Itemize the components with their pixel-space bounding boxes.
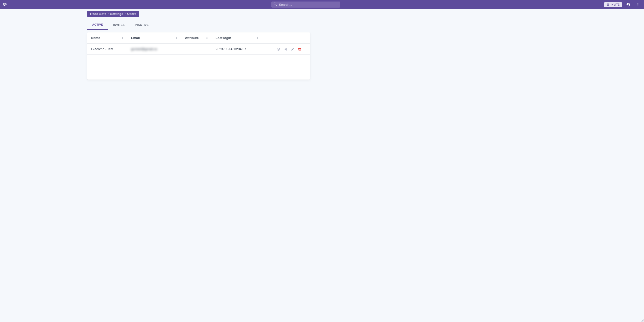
- sort-icon[interactable]: ▲▼: [175, 37, 177, 39]
- svg-point-2: [638, 4, 638, 5]
- col-header-name-label: Name: [91, 36, 100, 40]
- table-header-row: Name ▲▼ Email ▲▼ Attribute ▲▼ Last login…: [87, 32, 310, 44]
- col-header-last-login-label: Last login: [216, 36, 231, 40]
- users-table: Name ▲▼ Email ▲▼ Attribute ▲▼ Last login…: [87, 32, 310, 55]
- account-circle-icon: [626, 2, 630, 7]
- table-row: Giacomo - Test gcristof@gmail.co 2023-11…: [87, 44, 310, 55]
- cell-attribute: [181, 44, 212, 55]
- cell-email: gcristof@gmail.co: [127, 44, 181, 55]
- tab-invites[interactable]: Invites: [108, 21, 130, 30]
- invite-button[interactable]: Invite: [604, 2, 622, 7]
- col-header-email-label: Email: [131, 36, 140, 40]
- account-button[interactable]: [625, 1, 632, 8]
- breadcrumb-separator: /: [108, 12, 109, 16]
- search-icon: [273, 2, 277, 7]
- col-header-email[interactable]: Email ▲▼: [127, 32, 181, 44]
- resize-handle-icon[interactable]: [641, 319, 643, 321]
- cell-actions: [262, 44, 310, 55]
- edit-button[interactable]: [291, 47, 294, 51]
- restore-button[interactable]: [277, 47, 280, 51]
- archive-icon: [298, 47, 301, 51]
- tab-inactive[interactable]: Inactive: [130, 21, 154, 30]
- svg-rect-5: [298, 48, 301, 48]
- search-input[interactable]: [271, 2, 340, 8]
- restore-icon: [277, 47, 280, 51]
- more-menu-button[interactable]: [634, 1, 641, 8]
- col-header-last-login[interactable]: Last login ▲▼: [212, 32, 262, 44]
- breadcrumb-row: Road Safe / Settings / Users: [0, 9, 644, 17]
- logo-icon: [3, 2, 8, 7]
- sort-icon[interactable]: ▲▼: [257, 37, 259, 39]
- svg-point-1: [638, 3, 638, 4]
- breadcrumb-item-settings[interactable]: Settings: [110, 12, 123, 16]
- app-logo[interactable]: [3, 2, 8, 7]
- users-card: Name ▲▼ Email ▲▼ Attribute ▲▼ Last login…: [87, 32, 310, 80]
- cell-last-login: 2023-11-14 13:04:37: [212, 44, 262, 55]
- row-actions: [266, 47, 306, 51]
- col-header-attribute-label: Attribute: [185, 36, 199, 40]
- global-search: [271, 2, 340, 8]
- svg-point-4: [277, 48, 280, 50]
- appbar: Invite: [0, 0, 644, 9]
- login-icon: [284, 47, 287, 51]
- mail-icon: [607, 3, 610, 6]
- col-header-name[interactable]: Name ▲▼: [87, 32, 127, 44]
- login-as-button[interactable]: [284, 47, 287, 51]
- svg-point-3: [638, 5, 638, 6]
- edit-icon: [291, 47, 294, 51]
- sort-icon[interactable]: ▲▼: [206, 37, 208, 39]
- tabs: Active Invites Inactive: [87, 21, 644, 30]
- invite-button-label: Invite: [611, 3, 620, 6]
- sort-icon[interactable]: ▲▼: [121, 37, 123, 39]
- breadcrumb-separator: /: [125, 12, 126, 16]
- col-header-attribute[interactable]: Attribute ▲▼: [181, 32, 212, 44]
- archive-button[interactable]: [298, 47, 301, 51]
- breadcrumb-item-root[interactable]: Road Safe: [90, 12, 106, 16]
- breadcrumb: Road Safe / Settings / Users: [87, 11, 139, 17]
- cell-name: Giacomo - Test: [87, 44, 127, 55]
- col-header-actions: [262, 32, 310, 44]
- breadcrumb-item-users[interactable]: Users: [127, 12, 136, 16]
- cell-email-value: gcristof@gmail.co: [131, 47, 157, 51]
- tab-active[interactable]: Active: [87, 21, 108, 30]
- appbar-actions: Invite: [604, 1, 641, 8]
- more-vert-icon: [636, 2, 640, 7]
